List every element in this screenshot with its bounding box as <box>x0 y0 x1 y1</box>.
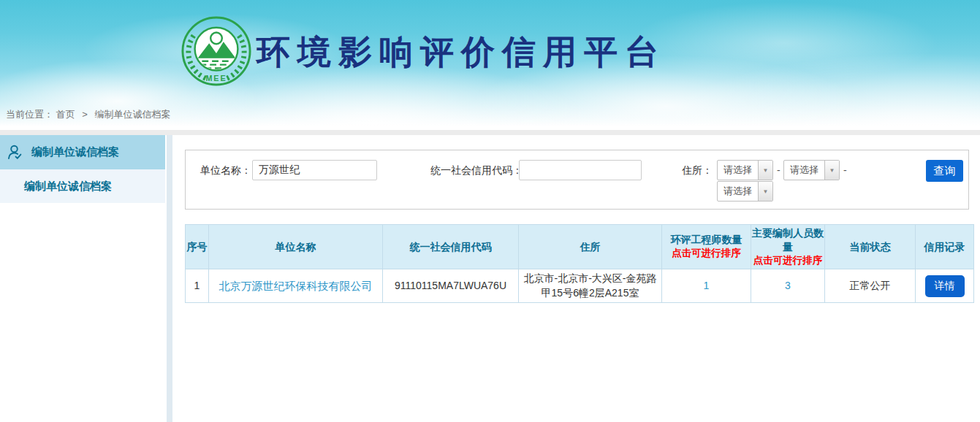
user-check-icon <box>6 143 25 162</box>
breadcrumb-home-link[interactable]: 首页 <box>56 109 75 120</box>
sidebar-content-divider <box>167 135 172 422</box>
company-name-label: 单位名称： <box>200 160 251 180</box>
cell-address: 北京市-北京市-大兴区-金苑路甲15号6幢2层A215室 <box>519 269 662 303</box>
province-select-value: 请选择 <box>718 161 758 180</box>
page: MEE 环境影响评价信用平台 当前位置： 首页 > 编制单位诚信档案 编制单位诚… <box>0 0 980 422</box>
table-row: 1 北京万源世纪环保科技有限公司 91110115MA7LWUA76U 北京市-… <box>186 269 974 303</box>
credit-code-label: 统一社会信用代码： <box>430 160 523 180</box>
city-select-button[interactable]: ▼ <box>824 161 839 180</box>
breadcrumb-separator: > <box>82 109 88 120</box>
staff-sort-hint: 点击可进行排序 <box>751 254 824 267</box>
province-select-button[interactable]: ▼ <box>758 161 772 180</box>
district-select-button[interactable]: ▼ <box>758 182 772 201</box>
detail-button[interactable]: 详情 <box>925 275 965 297</box>
cell-seq: 1 <box>186 269 209 303</box>
col-header-credit-record: 信用记录 <box>916 225 974 269</box>
col-header-engineer-count[interactable]: 环评工程师数量 点击可进行排序 <box>662 225 751 269</box>
col-header-credit-code: 统一社会信用代码 <box>383 225 519 269</box>
breadcrumb-label: 当前位置： <box>6 109 53 120</box>
svg-text:MEE: MEE <box>205 74 227 83</box>
table-header-row: 序号 单位名称 统一社会信用代码 住所 环评工程师数量 点击可进行排序 主要编制… <box>186 225 974 269</box>
breadcrumb: 当前位置： 首页 > 编制单位诚信档案 <box>6 108 170 121</box>
col-header-address: 住所 <box>519 225 662 269</box>
credit-code-input[interactable] <box>519 160 642 180</box>
company-name-input[interactable] <box>252 160 377 180</box>
district-select[interactable]: 请选择 ▼ <box>717 181 773 202</box>
cell-credit-code: 91110115MA7LWUA76U <box>383 269 519 303</box>
col-header-company: 单位名称 <box>209 225 383 269</box>
address-label: 住所： <box>682 160 713 180</box>
sidebar-group-label: 编制单位诚信档案 <box>31 145 119 159</box>
district-select-value: 请选择 <box>718 182 758 201</box>
address-dash-2: - <box>843 160 847 180</box>
chevron-down-icon: ▼ <box>763 188 769 195</box>
breadcrumb-current: 编制单位诚信档案 <box>94 109 170 120</box>
engineer-count-label: 环评工程师数量 <box>671 234 742 245</box>
mee-logo-icon: MEE <box>181 15 252 87</box>
sidebar-group-credit-archives[interactable]: 编制单位诚信档案 <box>0 135 165 169</box>
engineer-count-link[interactable]: 1 <box>704 280 710 291</box>
address-dash-1: - <box>777 160 780 180</box>
site-title: 环境影响评价信用平台 <box>257 27 666 77</box>
col-header-staff-count[interactable]: 主要编制人员数量 点击可进行排序 <box>751 225 825 269</box>
results-table: 序号 单位名称 统一社会信用代码 住所 环评工程师数量 点击可进行排序 主要编制… <box>185 224 974 303</box>
city-select-value: 请选择 <box>784 161 824 180</box>
chevron-down-icon: ▼ <box>829 167 835 174</box>
province-select[interactable]: 请选择 ▼ <box>717 160 773 180</box>
col-header-status: 当前状态 <box>825 225 916 269</box>
staff-count-label: 主要编制人员数量 <box>752 227 824 253</box>
header-divider <box>0 130 980 135</box>
company-name-link[interactable]: 北京万源世纪环保科技有限公司 <box>219 280 373 292</box>
search-form-panel: 单位名称： 统一社会信用代码： 住所： 请选择 ▼ - 请选择 ▼ - 请选择 … <box>185 150 969 210</box>
query-button[interactable]: 查询 <box>926 160 963 182</box>
city-select[interactable]: 请选择 ▼ <box>783 160 840 180</box>
chevron-down-icon: ▼ <box>763 167 769 174</box>
sidebar-item-credit-archives[interactable]: 编制单位诚信档案 <box>0 169 165 203</box>
staff-count-link[interactable]: 3 <box>785 280 791 291</box>
site-header: MEE 环境影响评价信用平台 当前位置： 首页 > 编制单位诚信档案 <box>0 0 980 130</box>
cell-status: 正常公开 <box>825 269 916 303</box>
engineer-sort-hint: 点击可进行排序 <box>662 247 751 260</box>
col-header-seq: 序号 <box>186 225 209 269</box>
